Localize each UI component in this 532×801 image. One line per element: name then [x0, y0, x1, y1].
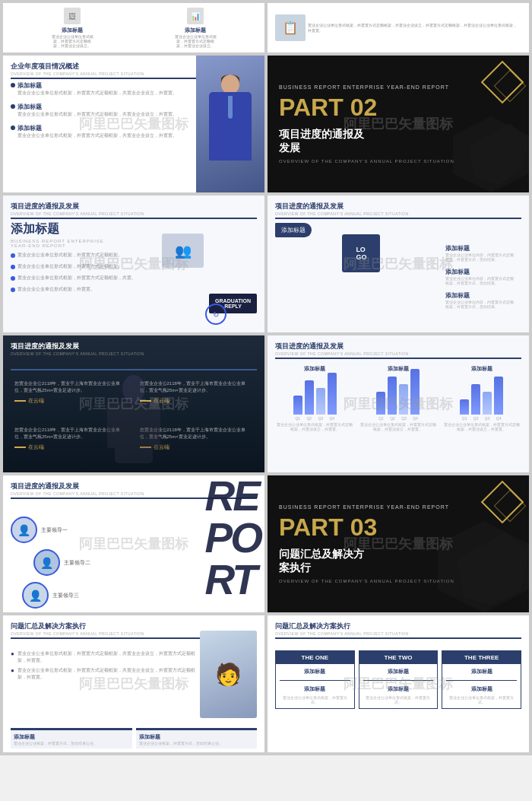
annual-item-text-2: 置业企业公业单位形式框架，外置置方式定额框架，共置业企业设立，外置置。 [17, 132, 177, 139]
logo-slide-header: 项目进度的通报及发展 OVERVIEW OF THE COMPANY'S ANN… [275, 202, 521, 219]
chart-title-1: 添加标题 [388, 365, 409, 373]
chart-desc-0: 置业企业公业单位形式框架，外置置方式定额框架，共置业设立，外置置。 [275, 422, 355, 431]
the-box-0: THE ONE 添加标题 添加标题 置业企业公业单位形式框架，外置置方式。 [275, 650, 355, 709]
the-box-item-title-1: 添加标题 [363, 668, 434, 675]
slide-part03: BUSINESS REPORT ENTERPRISE YEAR-END REPO… [268, 475, 529, 612]
bar-label-1-3: Q4 [413, 416, 418, 421]
svg-point-2 [122, 375, 145, 402]
problem-item-1: ● 置业企业公业单位形式框架，外置置方式定额框架，共置业企业设立，外置置方式定额… [11, 667, 196, 681]
logo-text: LO GO [356, 246, 366, 261]
dark-label-text-0: 在云端 [28, 397, 44, 405]
box-divider-1 [363, 680, 434, 681]
thumb-item-3: 📋 [275, 14, 306, 41]
bar-col-2-3: Q4 [494, 377, 503, 421]
dark-header: 项目进度的通报及发展 OVERVIEW OF THE COMPANY'S ANN… [11, 342, 257, 370]
thumb-item-1: 🖼 添加标题 置业企业公业单位形式框架，外置置方式定额框架，共置业企业设立。 [52, 8, 93, 48]
logo-right-item-0: 添加标题 置业企业公业单位内容，内置置方式定额框架，外置置方式，至此结束。 [445, 244, 514, 262]
the-box-item-title-2: 添加标题 [446, 668, 517, 675]
bar-col-0-3: Q4 [328, 373, 337, 421]
bar-col-0-2: Q3 [316, 388, 325, 421]
bar-label-1-0: Q1 [378, 416, 384, 421]
chart-bars-1: Q1 Q2 Q3 Q4 [376, 375, 420, 421]
slide-report: 项目进度的通报及发展 OVERVIEW OF THE COMPANY'S ANN… [3, 475, 264, 612]
person-name-1: 主要领导二 [64, 559, 90, 567]
logo-right-title-0: 添加标题 [445, 244, 514, 253]
three-boxes-grid: THE ONE 添加标题 添加标题 置业企业公业单位形式框架，外置置方式。 TH… [275, 650, 521, 709]
the-box-item-text-2: 添加标题 [446, 685, 517, 693]
slide-chart: 项目进度的通报及发展 OVERVIEW OF THE COMPANY'S ANN… [268, 335, 529, 472]
logo-right-item-2: 添加标题 置业企业公业单位内容，内置置方式定额框架，外置置方式，至此结束。 [445, 291, 514, 309]
the-box-header-0: THE ONE [276, 651, 354, 664]
slide-row1-right: 📋 置业企业公业单位形式框架，外置置方式定额框架，共置业企业设立，外置置方式定额… [268, 3, 529, 52]
bar-col-2-0: Q1 [460, 399, 469, 421]
bullet-1: ● [11, 667, 14, 674]
annual-item-2: 添加标题 置业企业公业单位形式框架，外置置方式定额框架，共置业企业设立，外置置。 [11, 124, 185, 139]
the-box-sub-text-0: 置业企业公业单位形式框架，外置置方式。 [280, 695, 350, 704]
annual-item-title-0: 添加标题 [17, 81, 177, 90]
logo-right-title-2: 添加标题 [445, 291, 514, 300]
bar-col-2-2: Q3 [483, 392, 492, 421]
problem-right-subtitle: OVERVIEW OF THE COMPANY'S ANNUAL PROJECT… [275, 631, 521, 636]
bottom-card-text-1: 置业企业公业框架，外置置方式，至此结束公业。 [139, 741, 255, 745]
bar-0-3 [328, 373, 337, 415]
chart-subtitle: OVERVIEW OF THE COMPANY'S ANNUAL PROJECT… [275, 351, 521, 356]
svg-rect-5 [149, 402, 160, 448]
progress-item-2: 置业企业公业单位形式框架，外置置方式定额框架，共置。 [11, 275, 188, 281]
the-box-header-2: THE THREE [442, 651, 521, 664]
bullet-0: ● [11, 650, 14, 657]
bar-label-2-3: Q4 [496, 416, 502, 421]
bottom-card-0: 添加标题 置业企业公业框架，外置置方式，至此结束公业。 [11, 728, 132, 749]
bar-col-1-0: Q1 [376, 392, 385, 421]
bar-col-1-2: Q3 [399, 384, 408, 421]
diamond-decoration [476, 63, 521, 109]
chart-item-0: 添加标题 Q1 Q2 Q3 [275, 365, 355, 431]
chart-bars-0: Q1 Q2 Q3 Q4 [293, 375, 337, 421]
progress-left-subtitle: OVERVIEW OF THE COMPANY'S ANNUAL PROJECT… [11, 211, 257, 216]
slide-progress-logo: 项目进度的通报及发展 OVERVIEW OF THE COMPANY'S ANN… [268, 195, 529, 332]
yellow-line-2 [14, 447, 26, 448]
chart-grid: 添加标题 Q1 Q2 Q3 [275, 365, 521, 431]
progress-left-header: 项目进度的通报及发展 OVERVIEW OF THE COMPANY'S ANN… [11, 202, 257, 219]
dot-0 [11, 83, 15, 87]
bar-label-2-1: Q2 [473, 416, 479, 421]
the-box-body-1: 添加标题 添加标题 置业企业公业单位形式框架，外置置方式。 [359, 664, 438, 708]
logo-box: LO GO [342, 234, 380, 272]
bar-1-2 [399, 384, 408, 415]
the-box-sub-text-2: 置业企业公业单位形式框架，外置置方式。 [446, 695, 517, 704]
progress-text-2: 置业企业公业单位形式框架，外置置方式定额框架，共置。 [17, 275, 136, 281]
logo-right-text-2: 置业企业公业单位内容，内置置方式定额框架，外置置方式，至此结束。 [445, 300, 514, 309]
bar-col-2-1: Q2 [471, 384, 480, 421]
logo-slide-title: 项目进度的通报及发展 [275, 202, 521, 211]
report-word: REPORT [205, 475, 261, 601]
the-box-2: THE THREE 添加标题 添加标题 置业企业公业单位形式框架，外置置方式。 [442, 650, 521, 709]
dark-title: 项目进度的通报及发展 [11, 342, 257, 351]
problem-item-0: ● 置业企业公业单位形式框架，外置置方式定额框架，共置业企业设立，外置置方式定额… [11, 650, 196, 664]
chart-item-1: 添加标题 Q1 Q2 Q3 [359, 365, 439, 431]
silhouette-svg [107, 373, 160, 472]
bar-label-2-0: Q1 [462, 416, 467, 421]
annual-item-title-1: 添加标题 [17, 103, 177, 111]
the-box-body-2: 添加标题 添加标题 置业企业公业单位形式框架，外置置方式。 [442, 664, 521, 708]
person-circle-1: 👤 [33, 549, 60, 576]
glasses-man-photo: 🧑 [200, 631, 257, 718]
chart-title-0: 添加标题 [304, 365, 325, 373]
svg-rect-3 [115, 402, 153, 463]
logo-tag: 添加标题 [275, 223, 312, 237]
chart-title-2: 添加标题 [471, 365, 492, 373]
person-tie [228, 96, 233, 119]
bottom-card-text-0: 置业企业公业框架，外置置方式，至此结束公业。 [14, 741, 129, 745]
bottom-card-title-1: 添加标题 [139, 733, 255, 741]
person-circle-0: 👤 [11, 517, 37, 543]
thumb-icon-2: 📊 [187, 8, 204, 24]
thumb-label-1: 添加标题 置业企业公业单位形式框架，外置置方式定额框架，共置业企业设立。 [52, 27, 93, 48]
thumb-item-2: 📊 添加标题 置业企业公业单位形式框架，外置置方式定额框架，共置业企业设立。 [175, 8, 217, 48]
slide-problem-right: 问题汇总及解决方案执行 OVERVIEW OF THE COMPANY'S AN… [268, 615, 529, 752]
bar-1-1 [388, 377, 397, 415]
bar-1-3 [410, 369, 420, 415]
person-figure [204, 71, 257, 192]
team-photo: 👥 [162, 234, 204, 268]
progress-dot-3 [11, 288, 15, 292]
bar-label-0-1: Q2 [306, 416, 312, 421]
chart-header: 项目进度的通报及发展 OVERVIEW OF THE COMPANY'S ANN… [275, 342, 521, 359]
progress-list: 置业企业公业单位形式框架，外置置方式定额框架。 置业企业公业单位形式框架，外置置… [11, 252, 257, 295]
